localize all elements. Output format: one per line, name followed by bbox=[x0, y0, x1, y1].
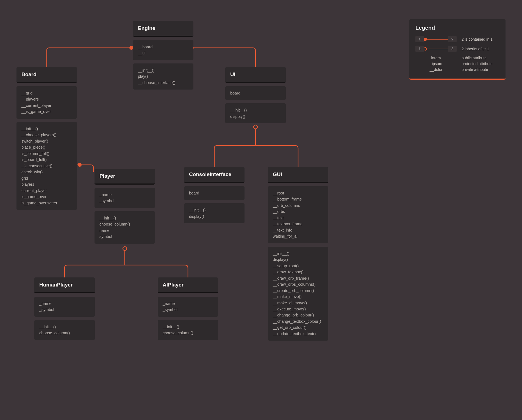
list-item: __draw_orb_frame() bbox=[273, 275, 323, 281]
class-gui: GUI __root__bottom_frame__orb_columns__o… bbox=[268, 167, 328, 341]
list-item: __update_textbox_text() bbox=[273, 331, 323, 337]
list-item: waiting_for_ai bbox=[273, 233, 323, 239]
list-item: __draw_textbox() bbox=[273, 269, 323, 275]
list-item: _ipsum bbox=[415, 61, 457, 67]
list-item: __is_game_over bbox=[21, 109, 72, 115]
list-item: _is_consecutive() bbox=[21, 163, 72, 169]
class-engine: Engine __board__ui __init__()play()__cho… bbox=[133, 21, 193, 90]
list-item: players bbox=[21, 181, 72, 187]
list-item: _name bbox=[163, 301, 213, 307]
svg-point-0 bbox=[129, 46, 133, 50]
list-item: grid bbox=[21, 175, 72, 181]
list-item: board bbox=[230, 90, 281, 96]
list-item: __make_move() bbox=[273, 294, 323, 300]
list-item: __make_ai_move() bbox=[273, 300, 323, 306]
legend-row-containment: 1 2 2 is contained in 1 bbox=[415, 36, 499, 42]
list-item: __change_textbox_colour() bbox=[273, 318, 323, 324]
list-item: play() bbox=[138, 73, 188, 79]
class-board: Board __grid__players__current_player__i… bbox=[16, 67, 77, 210]
list-item: __players bbox=[21, 96, 72, 102]
list-item: current_player bbox=[21, 188, 72, 194]
list-item: is_game_over bbox=[21, 194, 72, 200]
list-item: __init__() bbox=[273, 251, 323, 257]
legend-desc-containment: 2 is contained in 1 bbox=[462, 37, 493, 41]
class-ui-attrs: board bbox=[225, 86, 286, 100]
list-item: switch_player() bbox=[21, 138, 72, 144]
class-ai-methods: __init__()choose_column() bbox=[158, 320, 218, 340]
legend-title: Legend bbox=[415, 25, 499, 31]
class-consoleinterface: ConsoleInterface board __init__()display… bbox=[184, 167, 245, 223]
list-item: name bbox=[99, 227, 150, 233]
svg-point-2 bbox=[78, 163, 82, 167]
class-player-header: Player bbox=[95, 169, 155, 185]
legend-row-inheritance: 1 2 2 inherits after 1 bbox=[415, 46, 499, 52]
list-item: __grid bbox=[21, 90, 72, 96]
list-item: __execute_move() bbox=[273, 306, 323, 312]
class-ai-attrs: _name_symbol bbox=[158, 297, 218, 317]
list-item: display() bbox=[273, 257, 323, 263]
list-item: __draw_orbs_columns() bbox=[273, 281, 323, 287]
class-human-methods: __init__()choose_column() bbox=[34, 320, 95, 340]
svg-point-4 bbox=[123, 247, 127, 251]
list-item: choose_column() bbox=[163, 330, 213, 336]
legend-attr-descs: public attributeprotected attributepriva… bbox=[462, 55, 499, 73]
class-player: Player _name_symbol __init__()choose_col… bbox=[95, 169, 155, 244]
list-item: _symbol bbox=[39, 307, 90, 313]
legend-chip-2a: 2 bbox=[448, 36, 457, 42]
list-item: place_piece() bbox=[21, 144, 72, 150]
list-item: _name bbox=[99, 192, 150, 198]
class-humanplayer: HumanPlayer _name_symbol __init__()choos… bbox=[34, 277, 95, 340]
list-item: __board bbox=[138, 44, 188, 50]
list-item: choose_column() bbox=[39, 330, 90, 336]
class-aiplayer: AIPlayer _name_symbol __init__()choose_c… bbox=[158, 277, 218, 340]
class-gui-attrs: __root__bottom_frame__orb_columns__orbs_… bbox=[268, 186, 328, 243]
list-item: __init__() bbox=[21, 126, 72, 132]
class-gui-methods: __init__()display()__setup_root()__draw_… bbox=[268, 247, 328, 341]
list-item: __orbs bbox=[273, 208, 323, 215]
list-item: protected attribute bbox=[462, 61, 499, 67]
legend-chip-2b: 2 bbox=[448, 46, 457, 52]
list-item: symbol bbox=[99, 233, 150, 240]
svg-point-3 bbox=[254, 125, 257, 129]
list-item: __get_orb_colour() bbox=[273, 324, 323, 330]
list-item: __setup_root() bbox=[273, 263, 323, 269]
class-player-attrs: _name_symbol bbox=[95, 188, 155, 208]
list-item: lorem bbox=[415, 55, 457, 61]
list-item: __current_player bbox=[21, 102, 72, 109]
list-item: is_column_full() bbox=[21, 151, 72, 157]
list-item: __dolor bbox=[415, 67, 457, 73]
list-item: _name bbox=[39, 301, 90, 307]
class-board-attrs: __grid__players__current_player__is_game… bbox=[16, 86, 77, 119]
class-console-methods: __init__()display() bbox=[184, 203, 245, 223]
list-item: is_board_full() bbox=[21, 157, 72, 163]
class-engine-attrs: __board__ui bbox=[133, 40, 193, 60]
list-item: __orb_columns bbox=[273, 202, 323, 208]
list-item: __textbox_frame bbox=[273, 221, 323, 227]
list-item: __init__() bbox=[230, 107, 281, 113]
list-item: __init__() bbox=[138, 67, 188, 73]
class-board-methods: __init__()__choose_players()switch_playe… bbox=[16, 122, 77, 210]
list-item: private attribute bbox=[462, 67, 499, 73]
legend-attr-names: lorem_ipsum__dolor bbox=[415, 55, 457, 73]
list-item: public attribute bbox=[462, 55, 499, 61]
list-item: __bottom_frame bbox=[273, 196, 323, 202]
list-item: __init__() bbox=[189, 207, 240, 213]
class-console-attrs: board bbox=[184, 186, 245, 200]
list-item: __ui bbox=[138, 50, 188, 56]
list-item: __text bbox=[273, 215, 323, 221]
list-item: choose_column() bbox=[99, 221, 150, 227]
list-item: __init__() bbox=[163, 324, 213, 330]
class-ui-methods: __init__()display() bbox=[225, 103, 286, 123]
class-board-header: Board bbox=[16, 67, 77, 83]
class-engine-methods: __init__()play()__choose_interface() bbox=[133, 63, 193, 90]
class-gui-header: GUI bbox=[268, 167, 328, 183]
class-ui: UI board __init__()display() bbox=[225, 67, 286, 123]
class-human-header: HumanPlayer bbox=[34, 277, 95, 293]
legend-attr-visibility: lorem_ipsum__dolor public attributeprote… bbox=[415, 55, 499, 73]
list-item: display() bbox=[189, 213, 240, 219]
list-item: board bbox=[189, 190, 240, 196]
legend-panel: Legend 1 2 2 is contained in 1 1 2 2 inh… bbox=[409, 19, 506, 80]
legend-chip-1a: 1 bbox=[415, 36, 424, 42]
list-item: __root bbox=[273, 190, 323, 196]
list-item: __choose_players() bbox=[21, 132, 72, 138]
